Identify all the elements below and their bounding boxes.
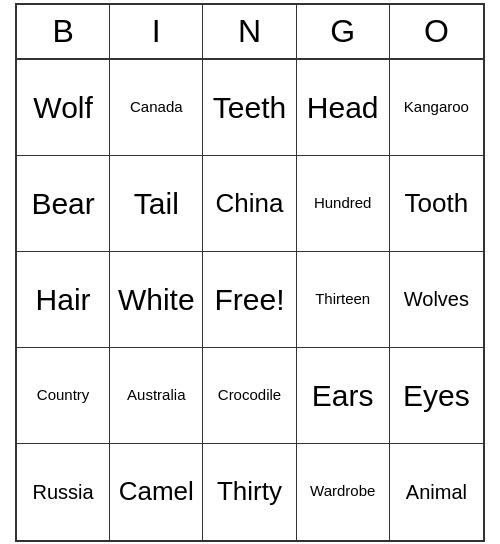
bingo-cell-text-16: Australia	[127, 387, 185, 404]
bingo-cell-text-12: Free!	[214, 283, 284, 316]
bingo-cell-9: Tooth	[390, 156, 483, 252]
bingo-cell-text-6: Tail	[134, 187, 179, 220]
bingo-cell-text-9: Tooth	[405, 189, 469, 218]
header-letter-I: I	[110, 5, 203, 58]
bingo-cell-text-14: Wolves	[404, 288, 469, 310]
bingo-cell-text-7: China	[216, 189, 284, 218]
header-letter-G: G	[297, 5, 390, 58]
bingo-cell-22: Thirty	[203, 444, 296, 540]
bingo-cell-10: Hair	[17, 252, 110, 348]
bingo-cell-text-1: Canada	[130, 99, 183, 116]
bingo-cell-text-15: Country	[37, 387, 90, 404]
bingo-cell-7: China	[203, 156, 296, 252]
bingo-cell-text-0: Wolf	[33, 91, 92, 124]
bingo-cell-5: Bear	[17, 156, 110, 252]
bingo-cell-19: Eyes	[390, 348, 483, 444]
bingo-cell-21: Camel	[110, 444, 203, 540]
bingo-cell-4: Kangaroo	[390, 60, 483, 156]
bingo-cell-text-5: Bear	[31, 187, 94, 220]
bingo-cell-12: Free!	[203, 252, 296, 348]
bingo-cell-text-3: Head	[307, 91, 379, 124]
bingo-cell-text-17: Crocodile	[218, 387, 281, 404]
bingo-cell-text-2: Teeth	[213, 91, 286, 124]
bingo-cell-13: Thirteen	[297, 252, 390, 348]
bingo-grid: WolfCanadaTeethHeadKangarooBearTailChina…	[17, 60, 483, 540]
bingo-cell-text-19: Eyes	[403, 379, 470, 412]
bingo-cell-text-18: Ears	[312, 379, 374, 412]
bingo-cell-text-4: Kangaroo	[404, 99, 469, 116]
bingo-header: BINGO	[17, 5, 483, 60]
bingo-cell-17: Crocodile	[203, 348, 296, 444]
header-letter-N: N	[203, 5, 296, 58]
bingo-cell-23: Wardrobe	[297, 444, 390, 540]
bingo-cell-text-8: Hundred	[314, 195, 372, 212]
bingo-cell-24: Animal	[390, 444, 483, 540]
bingo-cell-20: Russia	[17, 444, 110, 540]
bingo-cell-0: Wolf	[17, 60, 110, 156]
bingo-cell-text-13: Thirteen	[315, 291, 370, 308]
bingo-cell-3: Head	[297, 60, 390, 156]
bingo-cell-text-23: Wardrobe	[310, 483, 375, 500]
header-letter-O: O	[390, 5, 483, 58]
bingo-cell-text-21: Camel	[119, 477, 194, 506]
bingo-cell-text-11: White	[118, 283, 195, 316]
bingo-cell-2: Teeth	[203, 60, 296, 156]
bingo-cell-6: Tail	[110, 156, 203, 252]
bingo-cell-18: Ears	[297, 348, 390, 444]
bingo-cell-8: Hundred	[297, 156, 390, 252]
bingo-cell-14: Wolves	[390, 252, 483, 348]
bingo-cell-text-22: Thirty	[217, 477, 282, 506]
bingo-cell-1: Canada	[110, 60, 203, 156]
bingo-cell-15: Country	[17, 348, 110, 444]
bingo-cell-16: Australia	[110, 348, 203, 444]
bingo-cell-text-20: Russia	[33, 481, 94, 503]
bingo-card: BINGO WolfCanadaTeethHeadKangarooBearTai…	[15, 3, 485, 542]
header-letter-B: B	[17, 5, 110, 58]
bingo-cell-text-10: Hair	[36, 283, 91, 316]
bingo-cell-11: White	[110, 252, 203, 348]
bingo-cell-text-24: Animal	[406, 481, 467, 503]
